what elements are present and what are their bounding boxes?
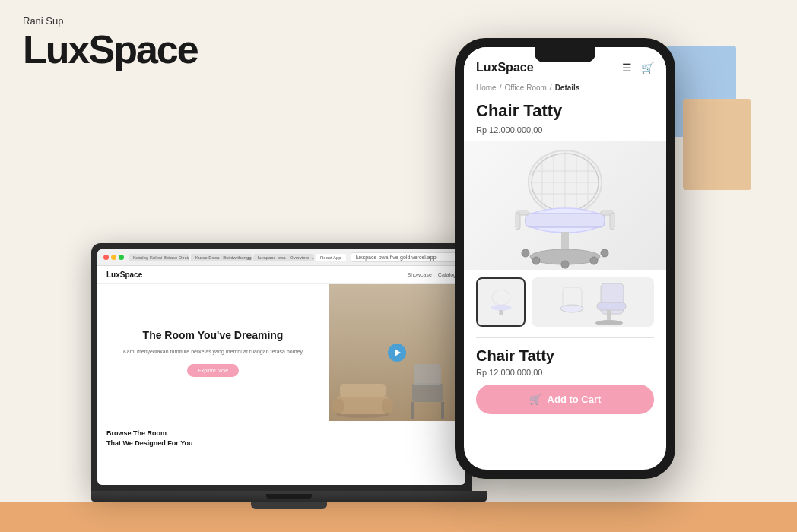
phone-divider	[476, 337, 654, 338]
svg-point-26	[601, 249, 608, 257]
laptop-screen: Katalog Kolesi Belase Desig... Kurso Dec…	[97, 249, 465, 485]
header-title: LuxSpace	[23, 30, 198, 69]
phone-product-price-2: Rp 12.000.000,00	[464, 366, 666, 385]
phone-mockup: LuxSpace ☰ 🛒 Home / Office Room / Detail…	[455, 38, 675, 479]
laptop-body: Katalog Kolesi Belase Desig... Kurso Dec…	[91, 243, 472, 491]
website-hero-btn[interactable]: Explore Now	[187, 364, 239, 377]
phone-thumb-1[interactable]	[476, 277, 526, 327]
breadcrumb-sep-2: /	[550, 84, 552, 92]
browser-tab-1[interactable]: Katalog Kolesi Belase Desig...	[129, 254, 189, 261]
phone-screen: LuxSpace ☰ 🛒 Home / Office Room / Detail…	[464, 47, 666, 470]
svg-point-33	[491, 304, 511, 310]
browser-address[interactable]: luxspace-pwa-five-gold.vercel.app	[351, 252, 459, 262]
bg-block-orange	[683, 99, 751, 190]
play-icon	[395, 349, 401, 356]
breadcrumb-details: Details	[555, 84, 580, 92]
cart-icon[interactable]: 🛒	[641, 62, 654, 74]
breadcrumb-home[interactable]: Home	[476, 84, 497, 92]
phone-notch	[535, 47, 595, 62]
website-nav-catalog[interactable]: Catalog	[438, 272, 456, 277]
svg-rect-34	[499, 310, 503, 315]
svg-point-38	[595, 320, 623, 325]
svg-point-40	[560, 305, 583, 312]
phone-product-title-2: Chair Tatty	[464, 341, 666, 366]
svg-rect-20	[526, 214, 605, 227]
website-hero-left: The Room You've Dreaming Kami menyediaka…	[97, 284, 329, 421]
svg-rect-37	[607, 310, 611, 321]
phone-nav-icons: ☰ 🛒	[622, 62, 654, 74]
website-nav-showcase[interactable]: Showcase	[408, 272, 432, 277]
svg-point-27	[561, 261, 569, 268]
website-header: LuxSpace Showcase Catalog	[97, 266, 465, 284]
menu-icon[interactable]: ☰	[622, 62, 632, 74]
website-hero-title: The Room You've Dreaming	[143, 328, 284, 342]
header-subtitle: Rani Sup	[23, 15, 198, 27]
website-hero-image	[329, 284, 465, 421]
phone-product-image	[464, 141, 666, 270]
breadcrumb-office-room[interactable]: Office Room	[504, 84, 546, 92]
phone-thumbnails	[464, 270, 666, 334]
phone-product-title: Chair Tatty	[464, 98, 666, 124]
phone-body: LuxSpace ☰ 🛒 Home / Office Room / Detail…	[455, 38, 675, 479]
phone-product-price: Rp 12.000.000,00	[464, 124, 666, 141]
svg-rect-31	[610, 213, 614, 230]
svg-rect-36	[597, 302, 626, 310]
svg-rect-1	[414, 364, 441, 385]
laptop-mockup: Katalog Kolesi Belase Desig... Kurso Dec…	[91, 243, 487, 509]
svg-point-25	[522, 249, 529, 257]
play-button[interactable]	[388, 344, 406, 362]
browser-tabs: Katalog Kolesi Belase Desig... Kurso Dec…	[129, 254, 346, 261]
dot-red	[103, 255, 109, 260]
browser-bar: Katalog Kolesi Belase Desig... Kurso Dec…	[97, 249, 465, 266]
dot-green	[119, 255, 124, 260]
svg-rect-8	[340, 384, 386, 397]
phone-nav-logo: LuxSpace	[476, 61, 534, 74]
header: Rani Sup LuxSpace	[23, 15, 198, 69]
svg-rect-0	[412, 383, 443, 402]
website-section-title: Browse The RoomThat We Designed For You	[106, 429, 456, 448]
browser-tab-4[interactable]: React App	[316, 254, 346, 261]
svg-point-32	[492, 290, 510, 305]
browser-dots	[103, 255, 124, 260]
svg-point-24	[590, 257, 598, 264]
svg-rect-6	[332, 399, 344, 413]
website-hero-subtitle: Kami menyediakan furniture berkelas yang…	[123, 348, 303, 356]
svg-rect-2	[411, 402, 414, 419]
laptop-stand	[251, 502, 327, 509]
svg-rect-30	[516, 213, 520, 230]
add-to-cart-label: Add to Cart	[548, 394, 602, 405]
browser-tab-3[interactable]: luxspace-pwa - Overview -...	[253, 254, 314, 261]
svg-rect-5	[336, 395, 389, 414]
phone-breadcrumb: Home / Office Room / Details	[464, 81, 666, 98]
website-section: Browse The RoomThat We Designed For You	[97, 421, 465, 455]
website-hero: The Room You've Dreaming Kami menyediaka…	[97, 284, 465, 421]
laptop-base	[91, 491, 487, 502]
cart-icon-btn: 🛒	[529, 394, 541, 405]
website-logo: LuxSpace	[106, 271, 142, 279]
browser-tab-2[interactable]: Kurso Deca | Buildwithangga...	[191, 254, 252, 261]
website-nav: Showcase Catalog	[408, 272, 456, 277]
phone-thumb-2[interactable]	[532, 277, 654, 327]
breadcrumb-sep-1: /	[500, 84, 502, 92]
svg-rect-3	[441, 402, 444, 419]
add-to-cart-button[interactable]: 🛒 Add to Cart	[476, 385, 654, 414]
laptop-notch	[266, 494, 312, 499]
phone-website: LuxSpace ☰ 🛒 Home / Office Room / Detail…	[464, 47, 666, 470]
svg-point-23	[532, 257, 540, 264]
laptop-website: LuxSpace Showcase Catalog The Room You'v…	[97, 266, 465, 477]
website-hero-right	[329, 284, 465, 421]
dot-yellow	[111, 255, 116, 260]
svg-rect-7	[382, 399, 393, 413]
